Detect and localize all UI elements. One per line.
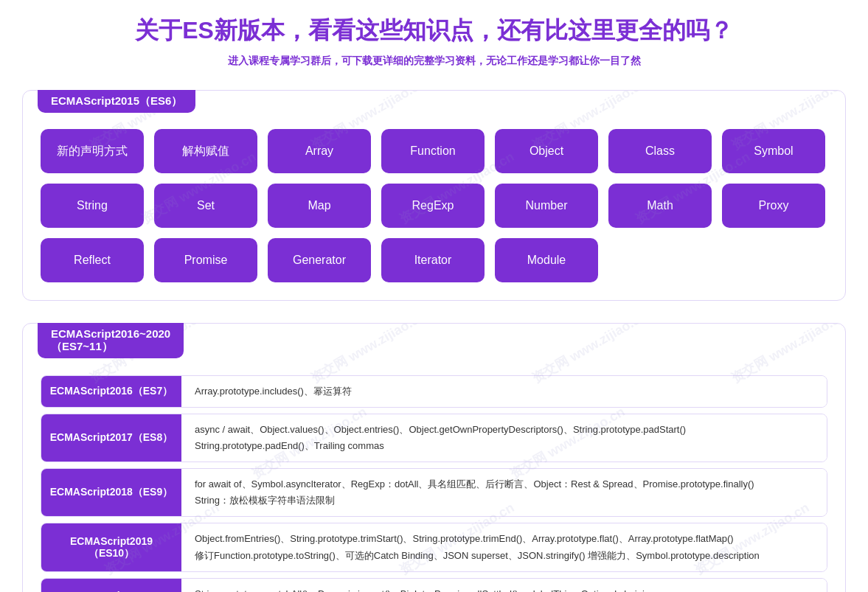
es-table-row: ECMAScript2016（ES7）Array.prototype.inclu…	[41, 375, 827, 408]
es6-topic-btn[interactable]: Symbol	[722, 129, 825, 173]
es-row-content: async / await、Object.values()、Object.ent…	[181, 414, 827, 462]
es-row-label: ECMAScript2017（ES8）	[41, 414, 181, 462]
es6-topic-btn[interactable]: Math	[608, 184, 712, 228]
es6-topic-btn[interactable]: Object	[495, 129, 598, 173]
es-row-content: for await of、Symbol.asyncIterator、RegExp…	[181, 469, 827, 516]
es6-topic-btn[interactable]: Proxy	[722, 184, 825, 228]
es6-section: 资交网 www.zijiao.cn 资交网 www.zijiao.cn 资交网 …	[22, 90, 846, 301]
es-row-label: ECMAScript2016（ES7）	[41, 376, 181, 407]
page-wrapper: 关于ES新版本，看看这些知识点，还有比这里更全的吗？ 进入课程专属学习群后，可下…	[0, 0, 868, 592]
es7-11-table: ECMAScript2016（ES7）Array.prototype.inclu…	[41, 375, 827, 592]
es6-topic-btn[interactable]: Map	[268, 184, 371, 228]
es6-topic-btn[interactable]: Class	[608, 129, 712, 173]
es6-topic-btn[interactable]: Array	[268, 129, 371, 173]
es-row-content: String.prototype.matchAll()、Dynamic impo…	[181, 579, 827, 592]
es-table-row: ECMAScript2020（ES11）String.prototype.mat…	[41, 578, 827, 592]
es6-topic-btn[interactable]: Reflect	[41, 238, 144, 282]
es6-topic-btn[interactable]: RegExp	[381, 184, 485, 228]
page-title: 关于ES新版本，看看这些知识点，还有比这里更全的吗？	[22, 15, 846, 47]
es6-topic-btn[interactable]: Set	[154, 184, 257, 228]
es7-11-label: ECMAScript2016~2020 （ES7~11）	[38, 323, 184, 358]
es-row-label: ECMAScript2020（ES11）	[41, 579, 181, 592]
es-row-label: ECMAScript2018（ES9）	[41, 469, 181, 516]
es-row-content: Array.prototype.includes()、幂运算符	[181, 376, 827, 407]
subtitle-text: 进入课程专属学习群后，可下载更详细的完整学习资料，无论工作还是学习都让你一目了然	[228, 55, 641, 66]
es6-topic-btn[interactable]: Function	[381, 129, 485, 173]
es-table-row: ECMAScript2018（ES9）for await of、Symbol.a…	[41, 468, 827, 517]
es-table-row: ECMAScript2017（ES8）async / await、Object.…	[41, 414, 827, 462]
es-row-label: ECMAScript2019（ES10）	[41, 523, 181, 571]
es-row-content: Object.fromEntries()、String.prototype.tr…	[181, 523, 827, 571]
es6-topic-btn[interactable]: Generator	[268, 238, 371, 282]
es6-label: ECMAScript2015（ES6）	[38, 90, 195, 113]
es6-buttons-grid: 新的声明方式解构赋值ArrayFunctionObjectClassSymbol…	[41, 129, 827, 282]
es6-topic-btn[interactable]: Promise	[154, 238, 257, 282]
es-table-row: ECMAScript2019（ES10）Object.fromEntries()…	[41, 523, 827, 571]
es6-topic-btn[interactable]: Number	[495, 184, 598, 228]
es6-topic-btn[interactable]: 解构赋值	[154, 129, 257, 173]
es6-topic-btn[interactable]: Module	[495, 238, 598, 282]
subtitle: 进入课程专属学习群后，可下载更详细的完整学习资料，无论工作还是学习都让你一目了然	[22, 55, 846, 68]
es6-topic-btn[interactable]: Iterator	[381, 238, 485, 282]
es6-topic-btn[interactable]: 新的声明方式	[41, 129, 144, 173]
es6-topic-btn[interactable]: String	[41, 184, 144, 228]
es7-11-section: 资交网 www.zijiao.cn 资交网 www.zijiao.cn 资交网 …	[22, 323, 846, 592]
